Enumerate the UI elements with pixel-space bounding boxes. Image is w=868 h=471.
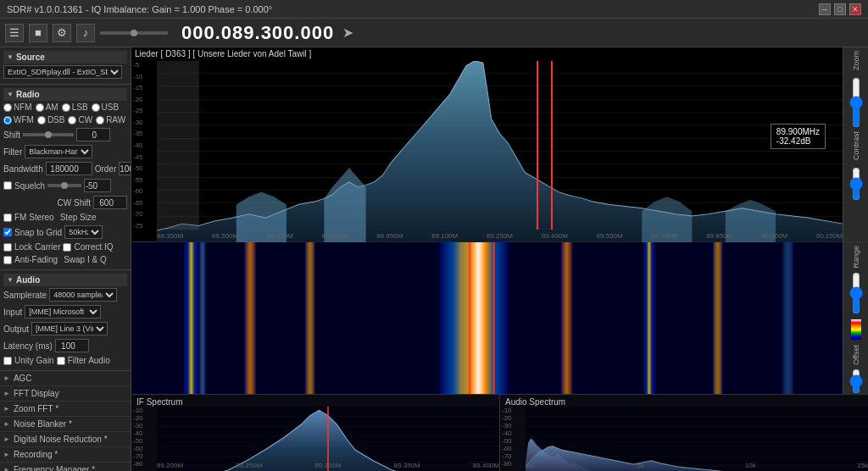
source-device-select[interactable]: ExtIO_SDRplay.dll - ExtIO_SDRplay.dll bbox=[3, 65, 122, 79]
shift-value[interactable]: 0 bbox=[76, 128, 110, 141]
bandwidth-value[interactable] bbox=[46, 162, 92, 175]
swapiq-label: Swap I & Q bbox=[64, 255, 107, 264]
frequency-display[interactable]: 000.089.300.000 bbox=[181, 22, 334, 44]
db-label-70: -70 bbox=[133, 210, 157, 218]
shift-slider[interactable] bbox=[23, 133, 74, 136]
filter-select[interactable]: Blackman-Harris 4 bbox=[25, 145, 92, 158]
squelch-row: Squelch bbox=[3, 177, 127, 194]
svg-rect-22 bbox=[244, 242, 256, 394]
db-label-35: -35 bbox=[133, 130, 157, 137]
offset-label: Offset bbox=[852, 345, 860, 365]
if-freq-5: 89.400M bbox=[473, 462, 499, 469]
input-select[interactable]: [MME] Microsoft Soun... bbox=[25, 305, 101, 319]
fft-display-item[interactable]: ► FFT Display bbox=[0, 386, 131, 402]
freq-88500: 88.500M bbox=[212, 232, 238, 240]
waterfall-right-panel: Range Offset bbox=[843, 242, 868, 394]
antifade-check[interactable] bbox=[3, 256, 12, 264]
stop-button[interactable]: ■ bbox=[29, 24, 47, 42]
freq-90150: 90.150M bbox=[816, 232, 843, 240]
zoom-fft-item[interactable]: ► Zoom FFT * bbox=[0, 402, 131, 417]
radio-header[interactable]: ▼ Radio bbox=[3, 88, 127, 101]
if-db-10: -10 bbox=[133, 407, 157, 414]
wfm-radio[interactable] bbox=[3, 116, 12, 125]
audio-freq-10k: 10k bbox=[745, 462, 756, 469]
audio-db-20: -20 bbox=[502, 414, 526, 422]
nfm-radio[interactable] bbox=[3, 103, 12, 112]
minimize-button[interactable]: ─ bbox=[819, 3, 831, 15]
samplerate-select[interactable]: 48000 sample/sec bbox=[49, 288, 117, 302]
db-label-40: -40 bbox=[133, 141, 157, 149]
fft-label: FFT Display bbox=[14, 389, 59, 398]
output-select[interactable]: [MME] Line 3 (Virtual /... bbox=[31, 322, 108, 335]
filter-row: Filter Blackman-Harris 4 bbox=[3, 143, 127, 160]
maximize-button[interactable]: □ bbox=[834, 3, 846, 15]
cw-radio[interactable] bbox=[68, 116, 76, 125]
noise-blanker-item[interactable]: ► Noise Blanker * bbox=[0, 417, 131, 432]
if-db-axis: -10 -20 -30 -40 -50 -60 -70 -80 bbox=[133, 407, 157, 461]
latency-value[interactable] bbox=[55, 339, 89, 352]
audio-db-80: -80 bbox=[502, 460, 526, 468]
menu-button[interactable]: ☰ bbox=[5, 24, 24, 42]
am-radio[interactable] bbox=[36, 103, 44, 112]
svg-rect-29 bbox=[782, 242, 793, 394]
squelch-check[interactable] bbox=[3, 181, 12, 190]
db-label-10: -10 bbox=[133, 73, 157, 80]
freq-manager-item[interactable]: ► Frequency Manager * bbox=[0, 463, 131, 471]
if-freq-3: 89.300M bbox=[314, 462, 341, 469]
db-label-15: -15 bbox=[133, 84, 157, 91]
source-header[interactable]: ▼ Source bbox=[3, 51, 127, 64]
settings-icon: ⚙ bbox=[57, 26, 67, 39]
unitygain-label: Unity Gain bbox=[14, 356, 54, 365]
freq-axis: 88.350M 88.500M 88.650M 88.800M 88.950M … bbox=[157, 230, 843, 241]
audio-db-60: -60 bbox=[502, 445, 526, 452]
selection-overlay bbox=[157, 61, 199, 230]
squelch-slider[interactable] bbox=[47, 184, 81, 187]
squelch-value[interactable] bbox=[84, 179, 111, 192]
spectrum-area[interactable]: Lieder [ D363 ] [ Unsere Lieder von Adel… bbox=[131, 47, 868, 242]
dsb-radio[interactable] bbox=[37, 116, 46, 125]
cwshift-value[interactable] bbox=[93, 196, 127, 209]
fmstereo-check[interactable] bbox=[3, 213, 12, 222]
center-red-line bbox=[537, 61, 538, 230]
snap-check[interactable] bbox=[3, 228, 12, 236]
settings-button[interactable]: ⚙ bbox=[53, 24, 71, 42]
waterfall-area[interactable]: Range Offset bbox=[131, 242, 868, 395]
step-size-label: Step Size bbox=[60, 213, 97, 222]
svg-rect-27 bbox=[643, 242, 655, 394]
order-value[interactable] bbox=[119, 162, 131, 175]
audio-freq-5k: 5k bbox=[637, 462, 643, 469]
contrast-slider[interactable] bbox=[849, 167, 863, 201]
range-slider[interactable] bbox=[849, 272, 863, 314]
correctiq-check[interactable] bbox=[63, 243, 71, 252]
freq-90000: 90.000M bbox=[761, 232, 787, 240]
source-section: ▼ Source ExtIO_SDRplay.dll - ExtIO_SDRpl… bbox=[0, 47, 131, 85]
freq-89400: 89.400M bbox=[542, 232, 568, 240]
left-panel: ▼ Source ExtIO_SDRplay.dll - ExtIO_SDRpl… bbox=[0, 47, 131, 471]
volume-slider[interactable] bbox=[100, 31, 168, 35]
lock-check[interactable] bbox=[3, 243, 12, 252]
audio-button[interactable]: ♪ bbox=[76, 24, 95, 42]
usb-radio[interactable] bbox=[92, 103, 100, 112]
recording-item[interactable]: ► Recording * bbox=[0, 447, 131, 463]
svg-rect-25 bbox=[461, 242, 496, 394]
audio-db-axis: -10 -20 -30 -40 -50 -60 -70 -80 bbox=[502, 407, 526, 461]
unitygain-check[interactable] bbox=[3, 357, 12, 365]
spectrum-info: Lieder [ D363 ] [ Unsere Lieder von Adel… bbox=[135, 49, 311, 58]
if-freq-axis: 89.200M 89.250M 89.300M 89.350M 89.400M bbox=[157, 459, 499, 471]
wfm-label: WFM bbox=[14, 115, 34, 125]
close-button[interactable]: ✕ bbox=[849, 3, 861, 15]
db-label-25: -25 bbox=[133, 107, 157, 114]
if-spectrum-panel: IF Spectrum -10 -20 -30 -40 -50 -60 -70 … bbox=[131, 395, 499, 471]
order-label: Order bbox=[95, 164, 117, 174]
latency-label: Latency (ms) bbox=[3, 341, 53, 351]
agc-item[interactable]: ► AGC bbox=[0, 371, 131, 386]
lsb-radio[interactable] bbox=[62, 103, 70, 112]
raw-radio[interactable] bbox=[96, 116, 104, 125]
zoom-slider[interactable] bbox=[849, 77, 863, 128]
offset-slider[interactable] bbox=[849, 368, 863, 394]
filteraudio-check[interactable] bbox=[57, 357, 65, 365]
audio-header[interactable]: ▼ Audio bbox=[3, 274, 127, 286]
snap-select[interactable]: 50kHz bbox=[64, 225, 103, 239]
dnr-item[interactable]: ► Digital Noise Reduction * bbox=[0, 432, 131, 447]
agc-arrow: ► bbox=[3, 374, 10, 382]
